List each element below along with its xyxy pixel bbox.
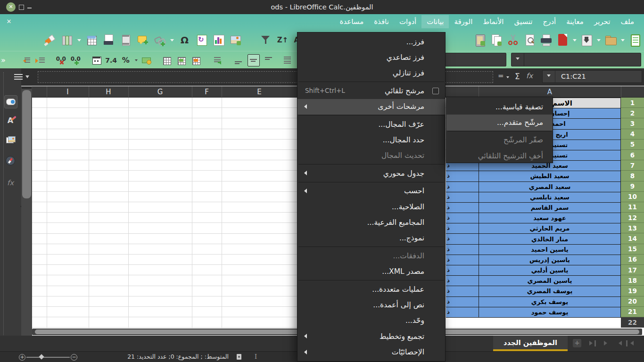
tab-next-sheet-icon[interactable]: [602, 340, 610, 346]
insert-comment-icon[interactable]: [136, 33, 149, 47]
column-header-h[interactable]: H: [89, 86, 129, 97]
menu-format[interactable]: تنسيق: [509, 15, 537, 28]
menu-item-select-range[interactable]: حدد المجال...: [297, 132, 445, 148]
menu-help[interactable]: مساعدة: [335, 15, 369, 28]
cell-a8[interactable]: سعيد الطيش: [479, 171, 620, 181]
sidebar-menu-icon[interactable]: [14, 74, 23, 80]
column-header-e[interactable]: E: [222, 86, 297, 97]
row-header-7[interactable]: 7: [621, 160, 644, 171]
cell-b14[interactable]: ذ: [446, 234, 479, 244]
delete-decimal-icon[interactable]: 0.0: [56, 55, 67, 66]
zoom-out-icon[interactable]: −: [71, 354, 77, 361]
cell-a13[interactable]: مريم الحارثي: [479, 223, 620, 234]
insert-hyperlink-icon[interactable]: [153, 33, 166, 47]
row-header-19[interactable]: 19: [621, 286, 644, 296]
split-window-handle[interactable]: [22, 87, 32, 89]
cell-a14[interactable]: منار الخالدي: [479, 234, 620, 244]
menu-data[interactable]: بيانات: [421, 15, 449, 28]
row-header-2[interactable]: 2: [621, 108, 644, 118]
menu-item-define-range[interactable]: عرّف المجال...: [297, 116, 445, 132]
wrap-text-icon[interactable]: [212, 55, 223, 66]
tab-last-sheet-icon[interactable]: [588, 340, 597, 346]
row-header-1[interactable]: 1: [621, 98, 644, 108]
hyperlink-dropdown-icon[interactable]: [170, 39, 174, 43]
add-sheet-icon[interactable]: +: [573, 339, 581, 347]
print-area-icon[interactable]: [102, 33, 115, 47]
menu-item-sort[interactable]: فرز...: [297, 34, 445, 49]
freeze-panes-icon[interactable]: [85, 33, 98, 47]
date-format-icon[interactable]: [91, 55, 102, 66]
save-dropdown-icon[interactable]: [573, 39, 577, 43]
zoom-slider-handle[interactable]: [39, 354, 44, 359]
column-header-i[interactable]: I: [47, 86, 89, 97]
column-header-f[interactable]: F: [192, 86, 222, 97]
row-header-20[interactable]: 20: [621, 296, 644, 307]
print-preview-icon[interactable]: [523, 33, 536, 47]
justify-icon[interactable]: [281, 55, 293, 66]
menu-item-statistics[interactable]: الإحصائيّات: [297, 344, 445, 360]
equals-dropdown-icon[interactable]: [506, 76, 509, 80]
cell-b12[interactable]: ذ: [446, 213, 479, 223]
column-header-g[interactable]: G: [128, 86, 192, 97]
cell-b13[interactable]: ذ: [446, 223, 479, 234]
sidebar-navigator-icon[interactable]: [4, 155, 17, 167]
insert-image-icon[interactable]: [229, 33, 242, 47]
menu-tools[interactable]: أدوات: [394, 15, 421, 28]
name-box[interactable]: C1:C21: [542, 70, 642, 83]
sort-descending-icon[interactable]: Z↑: [276, 33, 289, 47]
currency-format-icon[interactable]: [141, 55, 152, 66]
row-header-14[interactable]: 14: [621, 233, 644, 244]
menu-item-standard-filter[interactable]: تصفية قياسية...: [446, 99, 553, 115]
document-close-icon[interactable]: ✕: [5, 18, 13, 25]
menu-styles[interactable]: الأنماط: [478, 15, 509, 28]
menu-item-subtotals[interactable]: المجاميع الفرعية...: [297, 214, 445, 230]
menu-item-form[interactable]: نموذج...: [297, 230, 445, 246]
zoom-slider-track[interactable]: [26, 357, 70, 358]
tab-previous-sheet-icon[interactable]: [614, 340, 622, 346]
row-header-8[interactable]: 8: [621, 171, 644, 181]
menu-item-pivot-table[interactable]: جدول محوري: [297, 165, 445, 181]
cell-b19[interactable]: ذ: [446, 286, 479, 296]
merge-cells-icon[interactable]: [176, 55, 187, 66]
column-header-a[interactable]: A: [479, 86, 621, 97]
menu-item-autofilter[interactable]: مرشح تلقائيShift+Ctrl+L: [297, 83, 445, 99]
cell-b21[interactable]: ذ: [446, 307, 479, 318]
menu-view[interactable]: معاينة: [561, 15, 589, 28]
cell-a15[interactable]: ياسين احميد: [479, 245, 620, 255]
paste-icon[interactable]: [474, 33, 487, 47]
font-name-dropdown-icon[interactable]: [512, 53, 524, 66]
clone-formatting-icon[interactable]: [43, 33, 56, 47]
cell-a20[interactable]: يوسف بكري: [479, 297, 620, 307]
cell-b17[interactable]: ذ: [446, 265, 479, 276]
insert-columns-dropdown-icon[interactable]: [77, 39, 81, 43]
row-header-21[interactable]: 21: [621, 307, 644, 317]
cell-a11[interactable]: سمر القاسم: [479, 203, 620, 213]
sidebar-styles-icon[interactable]: A: [4, 114, 17, 126]
row-header-5[interactable]: 5: [621, 140, 644, 150]
number-format-icon[interactable]: 7.4: [106, 55, 117, 66]
menu-item-text-to-columns[interactable]: نص إلى أعمدة...: [297, 297, 445, 313]
align-top-icon[interactable]: [263, 55, 274, 66]
cell-b16[interactable]: ذ: [446, 255, 479, 265]
autofilter-icon[interactable]: [259, 33, 272, 47]
cell-a19[interactable]: يوسف المصري: [479, 286, 620, 296]
cell-a17[interactable]: ياسين أدلبي: [479, 265, 620, 276]
row-header-12[interactable]: 12: [621, 213, 644, 223]
align-bottom-icon[interactable]: [233, 55, 244, 66]
menu-item-xml-source[interactable]: مصدر XML...: [297, 263, 445, 279]
borders-icon[interactable]: [161, 55, 173, 66]
sidebar-gallery-icon[interactable]: [4, 133, 17, 146]
function-wizard-icon[interactable]: fx: [526, 72, 533, 80]
add-decimal-icon[interactable]: 0.0: [71, 55, 82, 66]
sum-icon[interactable]: Σ: [515, 72, 520, 81]
row-header-11[interactable]: 11: [621, 202, 644, 213]
menu-item-consolidate[interactable]: وحّد...: [297, 313, 445, 329]
menu-insert[interactable]: أدرج: [538, 15, 561, 28]
menu-item-calculate[interactable]: احسب: [297, 183, 445, 199]
save-icon[interactable]: [580, 33, 593, 47]
row-header-18[interactable]: 18: [621, 275, 644, 286]
export-pdf-icon[interactable]: [556, 33, 569, 47]
header-footer-icon[interactable]: [119, 33, 132, 47]
increase-indent-icon[interactable]: [35, 55, 46, 66]
number-format-dropdown-icon[interactable]: [135, 59, 138, 63]
